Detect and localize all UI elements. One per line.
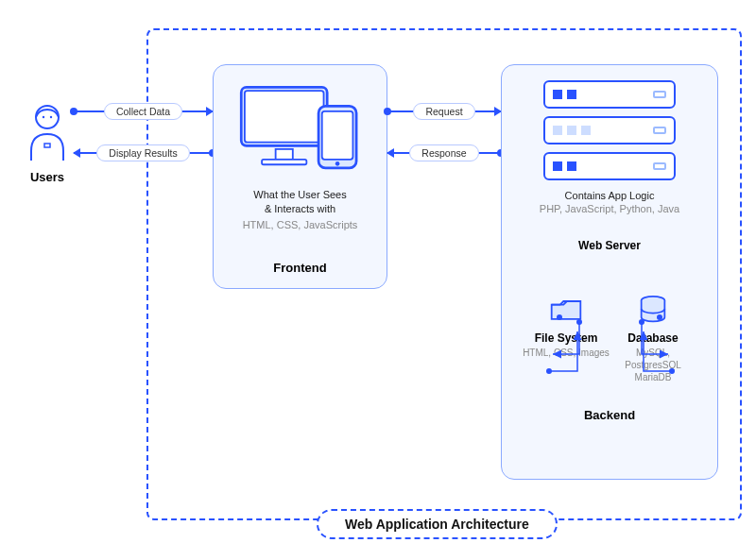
svg-point-2 bbox=[50, 116, 52, 118]
backend-node: Contains App Logic PHP, JavaScript, Pyth… bbox=[501, 64, 718, 480]
frontend-tech: HTML, CSS, JavaScripts bbox=[225, 219, 375, 230]
arrow-label: Response bbox=[409, 144, 478, 161]
arrow-label: Display Results bbox=[96, 144, 189, 161]
backend-title: Backend bbox=[513, 408, 706, 422]
svg-rect-3 bbox=[44, 144, 50, 147]
svg-point-1 bbox=[43, 116, 44, 118]
arrow-request: Request bbox=[387, 100, 501, 123]
server-unit bbox=[543, 80, 676, 109]
devices-icon bbox=[234, 82, 367, 177]
users-label: Users bbox=[19, 170, 76, 184]
webserver-connectors bbox=[523, 318, 698, 384]
svg-rect-9 bbox=[321, 111, 352, 160]
arrow-display-results: Display Results bbox=[74, 142, 213, 164]
backend-desc: Contains App Logic bbox=[513, 190, 706, 201]
arrow-label: Request bbox=[413, 103, 474, 120]
server-unit bbox=[543, 152, 676, 180]
svg-rect-6 bbox=[275, 149, 292, 160]
arrows-user-frontend: Collect Data Display Results bbox=[74, 100, 213, 164]
server-unit bbox=[543, 116, 676, 144]
diagram-title: Web Application Architecture bbox=[317, 509, 558, 539]
frontend-node: What the User Sees & Interacts with HTML… bbox=[213, 64, 387, 289]
backend-tech: PHP, JavaScript, Python, Java bbox=[513, 203, 706, 214]
arrow-response: Response bbox=[387, 142, 501, 164]
users-node: Users bbox=[19, 104, 76, 184]
arrow-label: Collect Data bbox=[104, 103, 182, 120]
frontend-title: Frontend bbox=[225, 261, 375, 275]
web-server-label: Web Server bbox=[513, 239, 706, 252]
arrow-collect-data: Collect Data bbox=[74, 100, 213, 123]
frontend-desc: What the User Sees & Interacts with bbox=[225, 188, 375, 217]
text: & Interacts with bbox=[265, 203, 335, 214]
svg-rect-7 bbox=[262, 160, 306, 164]
svg-rect-5 bbox=[244, 91, 323, 143]
text: What the User Sees bbox=[253, 189, 346, 200]
user-icon bbox=[27, 104, 67, 161]
arrows-frontend-backend: Request Response bbox=[387, 100, 501, 164]
server-rack-icon bbox=[543, 80, 676, 180]
svg-point-10 bbox=[335, 161, 339, 166]
